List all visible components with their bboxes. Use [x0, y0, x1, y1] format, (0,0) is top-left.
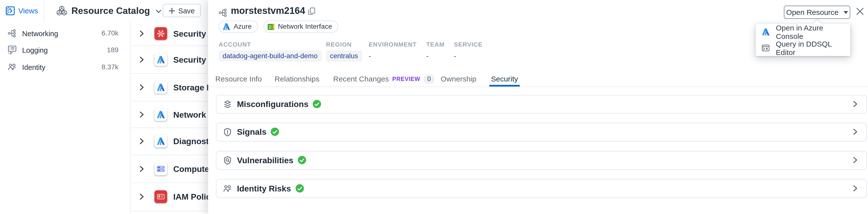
- title-chevron-down-icon[interactable]: [155, 9, 162, 14]
- vulnerabilities-icon: [223, 156, 232, 164]
- tab-ownership[interactable]: Ownership: [441, 71, 476, 87]
- azure-icon: [222, 23, 230, 30]
- sidebar-item-count: 6.70k: [101, 29, 119, 37]
- check-ok-icon: [313, 100, 321, 108]
- tab-security[interactable]: Security: [491, 71, 518, 87]
- tab-resource-info[interactable]: Resource Info: [215, 71, 262, 87]
- views-button[interactable]: Views: [5, 0, 38, 22]
- chevron-right-icon[interactable]: [851, 185, 859, 192]
- identity-risks-icon: [223, 184, 232, 193]
- azure-icon: [762, 28, 770, 36]
- badge-label: Network Interface: [278, 23, 332, 30]
- preview-badge: PREVIEW: [392, 76, 420, 82]
- badge-network-interface: Network Interface: [264, 21, 338, 33]
- sidebar-item-networking[interactable]: Networking 6.70k: [0, 26, 130, 41]
- meta-label-account: ACCOUNT: [219, 41, 251, 48]
- expand-chevron-icon[interactable]: [138, 137, 145, 145]
- expand-chevron-icon[interactable]: [138, 30, 145, 37]
- section-label: Vulnerabilities: [237, 155, 293, 165]
- sidebar-item-logging[interactable]: Logging 189: [0, 42, 130, 58]
- identity-icon: [8, 63, 17, 72]
- network-interface-type-icon: [219, 8, 228, 17]
- copy-icon[interactable]: [308, 7, 315, 15]
- sidebar-item-count: 189: [107, 46, 119, 54]
- section-label: Identity Risks: [237, 184, 291, 193]
- section-identity-risks[interactable]: Identity Risks: [216, 179, 867, 198]
- caret-down-icon: [843, 11, 848, 14]
- team-value: -: [426, 52, 429, 60]
- tab-label: Security: [491, 75, 518, 83]
- sidebar: Networking 6.70k Logging 189 Identity 8.…: [0, 22, 131, 214]
- active-tab-underline: [489, 85, 520, 87]
- security-group-red-icon: [154, 27, 167, 40]
- section-signals[interactable]: Signals: [216, 122, 867, 141]
- network-icon: [8, 29, 17, 38]
- resource-catalog-app: Views Resource Catalog: [0, 0, 868, 214]
- azure-icon: [154, 81, 167, 93]
- menu-item-query-in-ddsql-editor[interactable]: Query in DDSQL Editor: [755, 40, 850, 56]
- section-label: Misconfigurations: [237, 99, 308, 109]
- tab-relationships[interactable]: Relationships: [275, 71, 319, 87]
- tab-label: Recent Changes: [333, 75, 389, 83]
- tab-label: Ownership: [441, 75, 476, 83]
- section-vulnerabilities[interactable]: Vulnerabilities: [216, 151, 867, 169]
- tab-recent-changes[interactable]: Recent Changes PREVIEW 0: [333, 71, 434, 87]
- terminal-icon: [762, 44, 770, 52]
- resource-catalog-icon: [56, 5, 67, 17]
- logs-icon: [8, 46, 17, 54]
- service-value: -: [454, 52, 456, 60]
- page-title: Resource Catalog: [71, 5, 150, 16]
- compute-icon: [154, 162, 167, 175]
- iam-policy-red-icon: [154, 190, 167, 203]
- save-label: Save: [178, 6, 194, 15]
- tab-label: Resource Info: [215, 75, 262, 83]
- open-resource-label: Open Resource: [786, 8, 839, 16]
- meta-label-team: TEAM: [426, 41, 445, 48]
- list-row-label: Network P: [173, 109, 214, 119]
- azure-icon: [154, 135, 167, 148]
- topbar-divider: [44, 0, 44, 22]
- badge-label: Azure: [234, 23, 252, 30]
- meta-label-environment: ENVIRONMENT: [369, 41, 417, 48]
- misconfigurations-icon: [223, 100, 232, 108]
- views-icon: [5, 6, 15, 16]
- region-tag[interactable]: centralus: [326, 51, 362, 62]
- azure-icon: [154, 108, 167, 121]
- expand-chevron-icon[interactable]: [138, 165, 145, 172]
- meta-label-service: SERVICE: [454, 41, 483, 48]
- chevron-right-icon[interactable]: [851, 100, 859, 107]
- sidebar-item-label: Logging: [22, 46, 48, 54]
- expand-chevron-icon[interactable]: [138, 111, 145, 118]
- check-ok-icon: [296, 184, 304, 193]
- account-tag[interactable]: datadog-agent-build-and-demo: [219, 51, 321, 62]
- menu-item-label: Open in Azure Console: [776, 24, 850, 40]
- menu-item-label: Query in DDSQL Editor: [776, 39, 850, 56]
- chevron-right-icon[interactable]: [851, 157, 859, 164]
- check-ok-icon: [298, 156, 306, 164]
- sidebar-item-identity[interactable]: Identity 8.37k: [0, 59, 130, 75]
- meta-label-region: REGION: [326, 41, 352, 48]
- sidebar-item-label: Networking: [22, 29, 58, 38]
- network-interface-icon: [268, 23, 275, 30]
- section-label: Signals: [237, 127, 267, 136]
- signals-icon: [223, 127, 232, 136]
- close-icon[interactable]: [856, 7, 864, 16]
- check-ok-icon: [271, 128, 279, 136]
- section-misconfigurations[interactable]: Misconfigurations: [216, 95, 867, 113]
- expand-chevron-icon[interactable]: [138, 83, 145, 91]
- resource-title: morstestvm2164: [231, 5, 305, 17]
- menu-item-open-in-azure-console[interactable]: Open in Azure Console: [755, 24, 850, 40]
- sidebar-item-label: Identity: [22, 63, 45, 71]
- open-resource-menu: Open in Azure Console Query in DDSQL Edi…: [755, 24, 850, 56]
- save-button[interactable]: Save: [163, 4, 201, 17]
- chevron-right-icon[interactable]: [851, 128, 859, 135]
- app-title-group: Resource Catalog: [56, 0, 162, 22]
- azure-icon: [154, 53, 167, 66]
- plus-icon: [169, 7, 175, 14]
- open-resource-button[interactable]: Open Resource: [784, 5, 850, 19]
- expand-chevron-icon[interactable]: [138, 56, 145, 63]
- detail-tabs: Resource Info Relationships Recent Chang…: [208, 71, 868, 87]
- app-viewport: Views Resource Catalog: [0, 0, 868, 214]
- expand-chevron-icon[interactable]: [138, 193, 145, 200]
- sidebar-item-count: 8.37k: [101, 63, 119, 71]
